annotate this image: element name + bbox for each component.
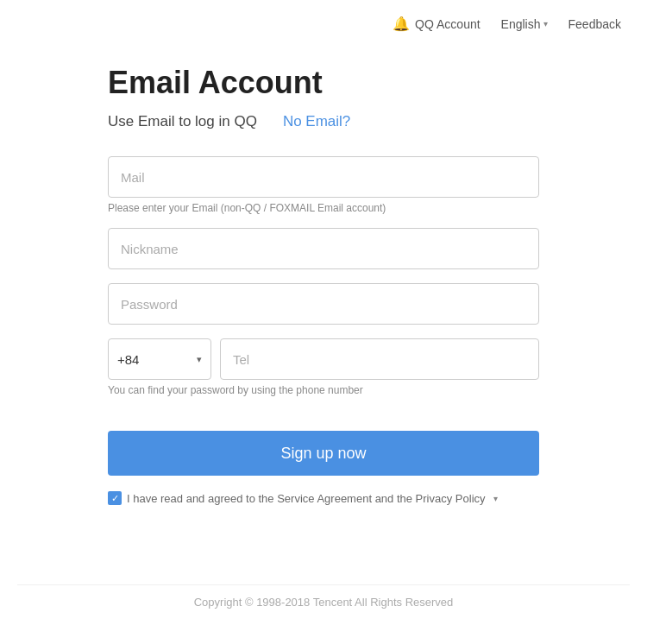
agreement-checkbox[interactable] (108, 491, 122, 505)
language-selector[interactable]: English ▾ (501, 17, 548, 31)
mail-field-group: Please enter your Email (non-QQ / FOXMAI… (108, 156, 539, 214)
mail-input[interactable] (108, 156, 539, 198)
checkbox-checked-icon (108, 491, 122, 505)
no-email-link[interactable]: No Email? (283, 113, 350, 130)
agreement-text: I have read and agreed to the Service Ag… (127, 492, 486, 505)
password-input[interactable] (108, 283, 539, 325)
password-field-group (108, 283, 539, 325)
language-arrow-icon: ▾ (543, 19, 548, 28)
agreement-arrow-icon: ▾ (493, 494, 498, 503)
feedback-link[interactable]: Feedback (568, 17, 621, 31)
feedback-label: Feedback (568, 17, 621, 31)
qq-icon: 🔔 (393, 16, 410, 32)
country-code-value: +84 (117, 352, 139, 367)
copyright-text: Copyright © 1998-2018 Tencent All Rights… (194, 596, 454, 609)
page-title: Email Account (108, 65, 539, 101)
qq-account-label: QQ Account (415, 17, 480, 31)
agreement-row: I have read and agreed to the Service Ag… (108, 491, 539, 505)
subtitle-text: Use Email to log in QQ (108, 113, 257, 130)
nickname-field-group (108, 228, 539, 269)
phone-row: +84 ▾ (108, 338, 539, 380)
phone-field-group: +84 ▾ You can find your password by usin… (108, 338, 539, 396)
country-code-selector[interactable]: +84 ▾ (108, 338, 211, 380)
language-label: English (501, 17, 541, 31)
nickname-input[interactable] (108, 228, 539, 269)
qq-account-nav[interactable]: 🔔 QQ Account (393, 16, 480, 32)
top-navigation: 🔔 QQ Account English ▾ Feedback (0, 0, 647, 47)
mail-hint: Please enter your Email (non-QQ / FOXMAI… (108, 202, 539, 214)
country-dropdown-icon: ▾ (197, 354, 202, 365)
tel-input[interactable] (220, 338, 539, 380)
footer-divider (17, 584, 630, 585)
form-container: Email Account Use Email to log in QQ No … (73, 47, 574, 565)
signup-button[interactable]: Sign up now (108, 431, 539, 476)
subtitle-row: Use Email to log in QQ No Email? (108, 113, 539, 130)
tel-hint: You can find your password by using the … (108, 384, 539, 396)
footer: Copyright © 1998-2018 Tencent All Rights… (0, 559, 647, 627)
